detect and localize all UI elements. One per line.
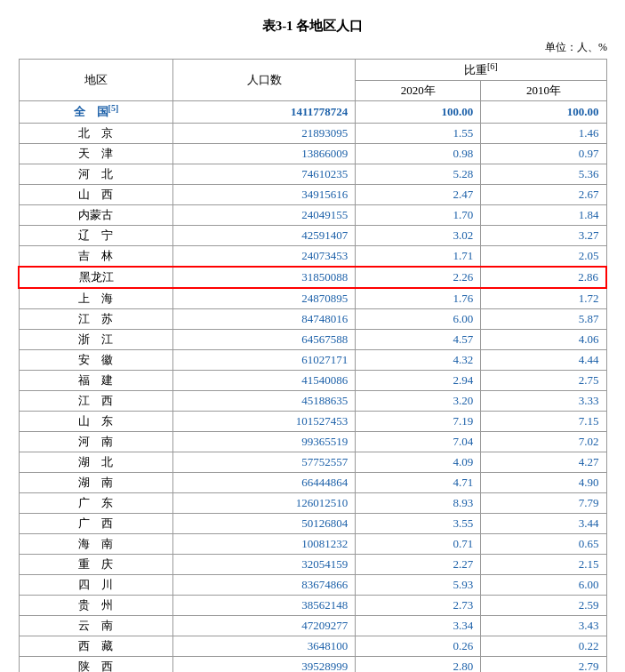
population-cell: 1411778724: [173, 101, 356, 123]
ratio-2020-cell: 4.57: [356, 329, 481, 349]
ratio-2010-cell: 2.05: [481, 245, 606, 267]
ratio-2010-cell: 1.46: [481, 123, 606, 143]
table-row: 江 西451886353.203.33: [19, 390, 606, 411]
ratio-2010-cell: 2.59: [481, 595, 606, 615]
table-row: 河 南993655197.047.02: [19, 431, 606, 452]
region-cell: 湖 南: [19, 472, 173, 492]
page-title: 表3-1 各地区人口: [18, 18, 607, 35]
ratio-2020-cell: 4.32: [356, 349, 481, 370]
table-row: 湖 南664448644.714.90: [19, 472, 606, 492]
ratio-2020-cell: 1.76: [356, 288, 481, 309]
ratio-2020-cell: 3.02: [356, 225, 481, 245]
region-cell: 海 南: [19, 533, 173, 554]
population-cell: 50126804: [173, 513, 356, 533]
ratio-2010-cell: 4.06: [481, 329, 606, 349]
ratio-2010-cell: 3.43: [481, 615, 606, 636]
ratio-2020-cell: 2.73: [356, 595, 481, 615]
table-row: 海 南100812320.710.65: [19, 533, 606, 554]
ratio-2020-cell: 8.93: [356, 492, 481, 513]
table-row: 福 建415400862.942.75: [19, 370, 606, 390]
population-cell: 39528999: [173, 656, 356, 672]
ratio-2020-cell: 2.80: [356, 656, 481, 672]
ratio-2020-cell: 3.20: [356, 390, 481, 411]
population-cell: 32054159: [173, 554, 356, 574]
ratio-2020-cell: 2.47: [356, 184, 481, 204]
population-cell: 101527453: [173, 411, 356, 431]
region-cell: 全 国[5]: [19, 101, 173, 123]
ratio-2020-cell: 7.19: [356, 411, 481, 431]
ratio-2020-cell: 4.71: [356, 472, 481, 492]
region-cell: 重 庆: [19, 554, 173, 574]
table-row: 全 国[5]1411778724100.00100.00: [19, 101, 606, 123]
ratio-2020-cell: 3.55: [356, 513, 481, 533]
year2010-header: 2010年: [481, 81, 606, 101]
population-cell: 66444864: [173, 472, 356, 492]
ratio-2010-cell: 2.75: [481, 370, 606, 390]
region-header: 地区: [19, 60, 173, 101]
population-cell: 99365519: [173, 431, 356, 452]
table-row: 内蒙古240491551.701.84: [19, 204, 606, 225]
ratio-2010-cell: 7.02: [481, 431, 606, 452]
ratio-2010-cell: 2.79: [481, 656, 606, 672]
table-row: 安 徽610271714.324.44: [19, 349, 606, 370]
population-cell: 34915616: [173, 184, 356, 204]
ratio-2010-cell: 0.97: [481, 143, 606, 164]
region-cell: 云 南: [19, 615, 173, 636]
population-table: 地区 人口数 比重[6] 2020年 2010年 全 国[5]141177872…: [18, 59, 607, 672]
ratio-2010-cell: 0.22: [481, 636, 606, 656]
ratio-2010-cell: 0.65: [481, 533, 606, 554]
ratio-2020-cell: 2.94: [356, 370, 481, 390]
ratio-2010-cell: 2.15: [481, 554, 606, 574]
region-cell: 山 东: [19, 411, 173, 431]
table-row: 云 南472092773.343.43: [19, 615, 606, 636]
ratio-2020-cell: 6.00: [356, 308, 481, 329]
population-cell: 24049155: [173, 204, 356, 225]
table-row: 浙 江645675884.574.06: [19, 329, 606, 349]
population-cell: 126012510: [173, 492, 356, 513]
region-cell: 浙 江: [19, 329, 173, 349]
table-row: 陕 西395289992.802.79: [19, 656, 606, 672]
region-cell: 陕 西: [19, 656, 173, 672]
region-cell: 吉 林: [19, 245, 173, 267]
ratio-2010-cell: 7.79: [481, 492, 606, 513]
ratio-2020-cell: 3.34: [356, 615, 481, 636]
ratio-2010-cell: 6.00: [481, 574, 606, 595]
ratio-2010-cell: 2.86: [481, 267, 606, 288]
ratio-2010-cell: 2.67: [481, 184, 606, 204]
ratio-2010-cell: 1.84: [481, 204, 606, 225]
ratio-2020-cell: 100.00: [356, 101, 481, 123]
region-cell: 山 西: [19, 184, 173, 204]
ratio-2020-cell: 5.28: [356, 164, 481, 184]
ratio-2020-cell: 1.55: [356, 123, 481, 143]
population-cell: 31850088: [173, 267, 356, 288]
ratio-header: 比重[6]: [356, 60, 606, 81]
region-cell: 西 藏: [19, 636, 173, 656]
unit-label: 单位：人、%: [18, 40, 607, 55]
ratio-2010-cell: 5.87: [481, 308, 606, 329]
table-row: 山 东1015274537.197.15: [19, 411, 606, 431]
table-row: 黑龙江318500882.262.86: [19, 267, 606, 288]
region-cell: 天 津: [19, 143, 173, 164]
population-cell: 61027171: [173, 349, 356, 370]
region-cell: 黑龙江: [19, 267, 173, 288]
region-cell: 河 南: [19, 431, 173, 452]
population-cell: 3648100: [173, 636, 356, 656]
ratio-2010-cell: 7.15: [481, 411, 606, 431]
ratio-2010-cell: 100.00: [481, 101, 606, 123]
population-cell: 83674866: [173, 574, 356, 595]
ratio-2010-cell: 4.44: [481, 349, 606, 370]
table-row: 广 东1260125108.937.79: [19, 492, 606, 513]
ratio-2020-cell: 0.26: [356, 636, 481, 656]
ratio-2010-cell: 4.90: [481, 472, 606, 492]
table-row: 北 京218930951.551.46: [19, 123, 606, 143]
year2020-header: 2020年: [356, 81, 481, 101]
ratio-2020-cell: 1.71: [356, 245, 481, 267]
population-cell: 57752557: [173, 452, 356, 472]
region-cell: 广 东: [19, 492, 173, 513]
region-cell: 上 海: [19, 288, 173, 309]
ratio-2010-cell: 4.27: [481, 452, 606, 472]
table-row: 贵 州385621482.732.59: [19, 595, 606, 615]
region-cell: 安 徽: [19, 349, 173, 370]
ratio-2010-cell: 3.44: [481, 513, 606, 533]
ratio-2020-cell: 2.27: [356, 554, 481, 574]
